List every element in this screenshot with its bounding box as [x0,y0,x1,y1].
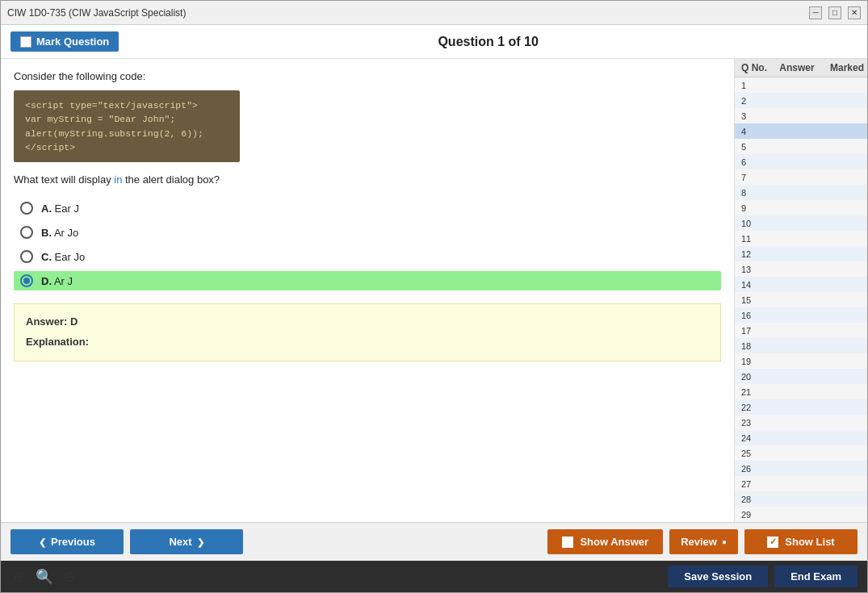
option-d[interactable]: D. Ar J [14,271,721,290]
sidebar-row[interactable]: 15 [735,292,867,307]
save-session-button[interactable]: Save Session [668,566,768,587]
option-c[interactable]: C. Ear Jo [14,247,721,266]
sidebar-row[interactable]: 9 [735,200,867,215]
next-label: Next [169,536,191,548]
sidebar-row-number: 25 [735,449,767,458]
radio-b [20,226,33,239]
sidebar-header: Q No. Answer Marked [735,59,867,77]
sidebar-row[interactable]: 16 [735,307,867,323]
sidebar-row[interactable]: 7 [735,169,867,185]
previous-button[interactable]: Previous [10,529,124,554]
next-chevron-icon [197,536,204,548]
sidebar-row[interactable]: 23 [735,415,867,430]
zoom-in-button[interactable]: ⊕ [10,566,29,587]
review-dot-icon: ● [722,537,727,546]
sidebar-row[interactable]: 6 [735,154,867,169]
main-window: CIW 1D0-735 (CIW JavaScript Specialist) … [0,0,868,593]
sidebar-row-number: 8 [735,188,767,198]
sidebar-row[interactable]: 22 [735,399,867,415]
sidebar-row[interactable]: 1 [735,77,867,93]
close-button[interactable]: ✕ [848,6,861,19]
sidebar-row[interactable]: 3 [735,108,867,123]
sidebar-row[interactable]: 10 [735,215,867,231]
sidebar-row-number: 18 [735,341,767,351]
sidebar-col-answer: Answer [767,59,827,77]
sidebar-row-number: 28 [735,495,767,504]
sidebar-row[interactable]: 28 [735,491,867,507]
sidebar-row-number: 29 [735,510,767,520]
zoom-out-button[interactable]: ⊖ [60,566,78,587]
prompt-after: the alert dialog box? [122,173,220,186]
minimize-button[interactable]: ─ [809,6,822,19]
prompt-before: What text will display [14,173,114,186]
sidebar-row-number: 3 [735,111,767,121]
sidebar-row[interactable]: 17 [735,323,867,338]
sidebar-row[interactable]: 18 [735,338,867,353]
title-bar-controls: ─ □ ✕ [809,6,861,19]
option-a-label: A. Ear J [41,203,79,215]
show-list-checkbox-icon [767,537,778,548]
sidebar-row-number: 21 [735,387,767,397]
sidebar-row-number: 27 [735,479,767,489]
sidebar-row-number: 22 [735,403,767,412]
show-list-button[interactable]: Show List [744,529,858,554]
code-block: <script type="text/javascript"> var mySt… [14,90,240,162]
zoom-controls: ⊕ 🔍 ⊖ [10,566,78,587]
option-b[interactable]: B. Ar Jo [14,223,721,242]
sidebar-row[interactable]: 27 [735,476,867,491]
sidebar-row[interactable]: 11 [735,231,867,246]
title-bar: CIW 1D0-735 (CIW JavaScript Specialist) … [1,1,867,25]
previous-label: Previous [51,536,95,548]
sidebar-row-number: 1 [735,81,767,90]
sidebar-col-qno: Q No. [735,59,767,77]
sidebar-row-number: 19 [735,357,767,366]
sidebar-row-number: 24 [735,433,767,443]
question-intro: Consider the following code: [14,70,721,82]
sidebar-row[interactable]: 29 [735,507,867,522]
sidebar-col-marked: Marked [827,59,867,77]
option-d-label: D. Ar J [41,275,73,287]
sidebar-row-number: 16 [735,311,767,320]
sidebar-row[interactable]: 25 [735,445,867,461]
show-answer-button[interactable]: Show Answer [547,529,663,554]
option-b-label: B. Ar Jo [41,227,78,239]
bottom-toolbar: Previous Next Show Answer Review ● Show … [1,522,867,561]
sidebar-row-number: 14 [735,280,767,290]
review-button[interactable]: Review ● [669,529,738,554]
explanation-line: Explanation: [26,334,709,351]
sidebar-row-number: 10 [735,219,767,228]
sidebar: Q No. Answer Marked 1 2 3 4 5 6 [734,59,867,522]
sidebar-row[interactable]: 24 [735,430,867,445]
show-answer-checkbox-icon [562,537,573,548]
sidebar-row[interactable]: 20 [735,369,867,384]
sidebar-row[interactable]: 26 [735,461,867,476]
next-button[interactable]: Next [130,529,243,554]
answer-box: Answer: D Explanation: [14,303,721,361]
toolbar: Mark Question Question 1 of 10 [1,25,867,59]
sidebar-row-number: 20 [735,372,767,382]
sidebar-row[interactable]: 14 [735,277,867,292]
sidebar-row[interactable]: 8 [735,185,867,200]
previous-chevron-icon [39,536,46,548]
sidebar-row[interactable]: 12 [735,246,867,261]
mark-question-label: Mark Question [36,35,109,48]
option-c-label: C. Ear Jo [41,251,85,263]
sidebar-row[interactable]: 5 [735,139,867,154]
sidebar-row-number: 15 [735,295,767,305]
sidebar-row-number: 11 [735,234,767,244]
session-controls: Save Session End Exam [668,566,858,587]
sidebar-row[interactable]: 13 [735,261,867,277]
sidebar-row-number: 2 [735,96,767,106]
mark-question-button[interactable]: Mark Question [10,31,119,52]
option-a[interactable]: A. Ear J [14,198,721,218]
sidebar-row-number: 9 [735,203,767,213]
options-list: A. Ear J B. Ar Jo C. Ear Jo D. Ar J [14,198,721,290]
sidebar-row[interactable]: 4 [735,123,867,139]
sidebar-row[interactable]: 2 [735,93,867,108]
maximize-button[interactable]: □ [828,6,841,19]
zoom-reset-button[interactable]: 🔍 [32,566,57,587]
show-answer-label: Show Answer [580,536,648,548]
sidebar-row[interactable]: 19 [735,353,867,369]
sidebar-row[interactable]: 21 [735,384,867,399]
end-exam-button[interactable]: End Exam [774,566,858,587]
